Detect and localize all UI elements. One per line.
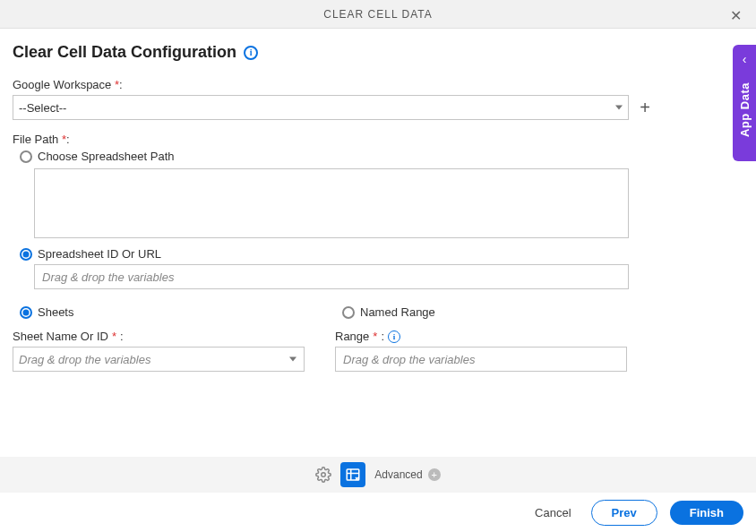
- two-col: Sheets Sheet Name Or ID *: Drag & drop t…: [13, 302, 743, 372]
- sheets-col: Sheets Sheet Name Or ID *: Drag & drop t…: [13, 302, 308, 372]
- dialog-title: CLEAR CELL DATA: [323, 8, 432, 21]
- finish-button[interactable]: Finish: [670, 501, 743, 525]
- idurl-placeholder: Drag & drop the variables: [42, 270, 174, 284]
- filepath-label-text: File Path: [13, 133, 62, 146]
- page-title-row: Clear Cell Data Configuration: [13, 43, 743, 62]
- workspace-label: Google Workspace *:: [13, 78, 743, 91]
- spreadsheet-icon-button[interactable]: [340, 462, 365, 487]
- range-placeholder: Drag & drop the variables: [343, 353, 475, 366]
- named-range-radio-row: Named Range: [342, 305, 631, 319]
- filepath-label: File Path *:: [13, 133, 743, 146]
- advanced-label: Advanced: [374, 468, 422, 481]
- label-colon: :: [381, 330, 384, 343]
- workspace-select-value: --Select--: [19, 101, 66, 115]
- idurl-radio-row: Spreadsheet ID Or URL: [20, 247, 743, 261]
- filepath-field: File Path *: Choose Spreadsheet Path Spr…: [13, 133, 743, 289]
- range-label: Range *:: [335, 330, 631, 343]
- side-tab-label: App Data: [738, 82, 752, 137]
- workspace-label-text: Google Workspace: [13, 78, 115, 91]
- gear-icon[interactable]: [315, 467, 331, 483]
- dialog-content: Clear Cell Data Configuration Google Wor…: [0, 29, 756, 386]
- label-colon: :: [119, 78, 123, 91]
- choose-path-radio-row: Choose Spreadsheet Path: [20, 150, 743, 163]
- chevron-down-icon: [615, 106, 623, 110]
- sheet-name-label: Sheet Name Or ID *:: [13, 330, 308, 343]
- idurl-radio-label: Spreadsheet ID Or URL: [38, 247, 161, 261]
- range-label-text: Range: [335, 330, 369, 343]
- close-icon[interactable]: ✕: [725, 5, 747, 26]
- bottom-toolbar: Advanced +: [0, 457, 756, 493]
- label-colon: :: [66, 133, 70, 146]
- cancel-button[interactable]: Cancel: [528, 501, 578, 525]
- label-colon: :: [120, 330, 124, 343]
- sheets-radio[interactable]: [20, 306, 32, 319]
- sheet-name-input[interactable]: Drag & drop the variables: [13, 347, 305, 372]
- svg-point-0: [322, 473, 326, 477]
- named-range-radio[interactable]: [342, 306, 355, 319]
- app-data-side-tab[interactable]: ‹ App Data: [733, 45, 756, 161]
- named-range-radio-label: Named Range: [360, 305, 435, 319]
- sheet-name-placeholder: Drag & drop the variables: [19, 353, 150, 366]
- chevron-down-icon: [289, 357, 296, 362]
- idurl-radio[interactable]: [20, 248, 32, 261]
- page-title: Clear Cell Data Configuration: [13, 43, 236, 62]
- dialog-footer: Cancel Prev Finish: [0, 493, 756, 532]
- plus-circle-icon: +: [428, 468, 441, 481]
- range-input[interactable]: Drag & drop the variables: [335, 347, 627, 372]
- choose-path-radio-label: Choose Spreadsheet Path: [38, 150, 175, 163]
- add-workspace-button[interactable]: +: [636, 99, 654, 116]
- chevron-left-icon: ‹: [743, 52, 747, 66]
- range-col: Named Range Range *: Drag & drop the var…: [335, 302, 631, 372]
- choose-path-box[interactable]: [34, 168, 629, 238]
- required-mark: *: [112, 330, 116, 343]
- workspace-field: Google Workspace *: --Select-- +: [13, 78, 743, 120]
- choose-path-radio[interactable]: [20, 150, 32, 163]
- prev-button[interactable]: Prev: [591, 500, 657, 526]
- sheets-radio-row: Sheets: [20, 305, 308, 319]
- idurl-input[interactable]: Drag & drop the variables: [34, 264, 629, 289]
- required-mark: *: [373, 330, 377, 343]
- workspace-select[interactable]: --Select--: [13, 95, 629, 120]
- info-icon[interactable]: [388, 330, 400, 343]
- sheets-radio-label: Sheets: [38, 305, 73, 319]
- sheet-name-label-text: Sheet Name Or ID: [13, 330, 108, 343]
- workspace-select-row: --Select-- +: [13, 95, 743, 120]
- info-icon[interactable]: [244, 46, 258, 60]
- dialog-header: CLEAR CELL DATA ✕: [0, 0, 756, 29]
- advanced-toggle[interactable]: Advanced +: [374, 468, 440, 481]
